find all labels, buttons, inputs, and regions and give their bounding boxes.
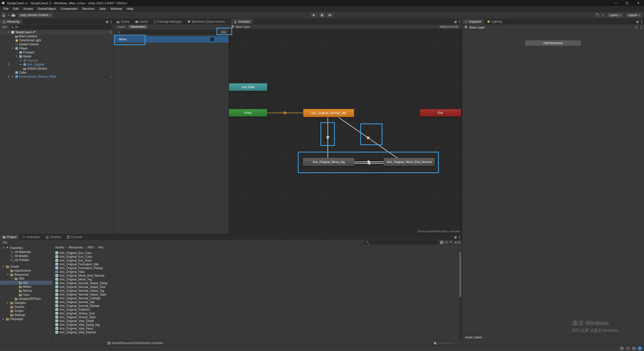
undo-history-icon[interactable] <box>596 14 599 17</box>
asset-item[interactable]: Aris_Original_Formation_Idle <box>53 262 462 266</box>
bake-status-icon[interactable] <box>620 347 624 350</box>
minimize-button[interactable] <box>610 0 621 6</box>
animator-state[interactable]: Aris_Original_Move_End_Normal <box>384 158 435 166</box>
asset-item[interactable]: Aris_Original_Normal_Idle <box>53 300 462 304</box>
add-parameter-button[interactable] <box>220 30 227 34</box>
menu-item[interactable]: Component <box>58 6 80 11</box>
tab[interactable]: Animator <box>231 19 253 24</box>
hierarchy-item[interactable]: Player <box>0 46 114 50</box>
lock-icon[interactable] <box>636 21 638 23</box>
expand-arrow-icon[interactable] <box>6 273 9 277</box>
pause-button[interactable] <box>318 12 326 18</box>
create-object-button[interactable] <box>1 25 8 29</box>
breadcrumb-item[interactable]: Assets <box>55 246 69 249</box>
lock-icon[interactable] <box>106 21 108 23</box>
asset-labels-header[interactable]: Asset Labels <box>462 335 644 340</box>
asset-item[interactable]: Aris_Original_Normal_Attack_End <box>53 285 462 289</box>
menu-item[interactable]: Services <box>80 6 97 11</box>
hierarchy-item[interactable]: Model <box>0 54 114 58</box>
menu-item[interactable]: Jobs <box>97 6 108 11</box>
folder-item[interactable]: InputActions <box>0 269 52 273</box>
play-button[interactable] <box>310 12 318 18</box>
menu-item[interactable]: File <box>1 6 11 11</box>
folder-item[interactable]: Samples <box>0 301 52 305</box>
asset-item[interactable]: Aris_Original_Normal_Attack_Delay <box>53 281 462 285</box>
folder-item[interactable] <box>0 262 52 265</box>
folder-item[interactable]: Settings <box>0 313 52 317</box>
prefab-open-chevron[interactable]: › <box>111 75 112 79</box>
hierarchy-item[interactable]: Virtual Camera <box>0 67 114 71</box>
animator-breadcrumb[interactable]: Base Layer <box>236 25 250 28</box>
breadcrumb-item[interactable]: Aris <box>98 246 107 249</box>
maximize-button[interactable] <box>621 0 633 6</box>
scrollbar-thumb[interactable] <box>459 252 461 297</box>
tab[interactable]: Project <box>0 234 19 240</box>
folder-item[interactable]: Resources <box>0 273 52 277</box>
expand-arrow-icon[interactable] <box>2 246 5 250</box>
expand-arrow-icon[interactable] <box>11 75 14 79</box>
hierarchy-item[interactable]: Aris_Original <box>0 62 114 67</box>
parameter-row[interactable]: Move <box>114 36 229 43</box>
tab[interactable]: Scene <box>114 19 132 24</box>
animator-state[interactable]: Aris_Original_Move_Ing <box>303 158 354 166</box>
hierarchy-item[interactable]: Environment_Narrow_Walls › <box>0 75 114 79</box>
breadcrumb-item[interactable]: Resources <box>69 246 88 249</box>
asset-item[interactable]: Aris_Original_Victory_End <box>53 311 462 315</box>
auto-live-link-button[interactable]: Auto Live Link <box>438 25 460 29</box>
tab[interactable]: MyActions (Input Actions ... <box>185 19 231 24</box>
folder-item[interactable]: Favorites <box>0 246 52 250</box>
asset-item[interactable]: Aris_Original_Exs_Root <box>53 259 462 262</box>
animator-state[interactable]: Exit <box>420 109 461 117</box>
folder-item[interactable]: Assets <box>0 265 52 269</box>
folder-item[interactable]: All Prefabs <box>0 258 52 262</box>
save-search-icon[interactable] <box>450 241 453 244</box>
cloud-activity-icon[interactable] <box>638 347 641 350</box>
folder-item[interactable]: Midori <box>0 285 52 289</box>
expand-arrow-icon[interactable] <box>11 46 14 50</box>
tab[interactable]: Animation <box>19 234 43 240</box>
cloud-services-icon[interactable] <box>11 15 15 17</box>
breadcrumb-item[interactable]: FBX <box>88 246 98 249</box>
search-by-type-icon[interactable] <box>440 241 443 244</box>
hierarchy-item[interactable]: Directional Light <box>0 38 114 42</box>
slider-knob[interactable] <box>434 342 436 344</box>
tab-parameters[interactable]: Parameters <box>128 25 147 28</box>
layers-dropdown[interactable]: Layers <box>607 13 623 18</box>
account-icon[interactable] <box>2 13 6 17</box>
menu-item[interactable]: Window <box>108 6 124 11</box>
account-caret-icon[interactable] <box>8 13 9 17</box>
asset-item[interactable]: Aris_Original_Normal_Reload <box>53 304 462 308</box>
asset-item[interactable]: Aris_Original_Vital_Panic <box>53 327 462 330</box>
parameter-value-checkbox[interactable] <box>210 38 214 41</box>
search-icon[interactable] <box>602 14 604 16</box>
lock-icon[interactable] <box>454 237 456 238</box>
panel-menu-icon[interactable] <box>641 21 642 22</box>
collab-status-icon[interactable] <box>626 347 630 350</box>
tab[interactable]: Console <box>64 234 85 240</box>
menu-item[interactable]: Assets <box>21 6 35 11</box>
expand-arrow-icon[interactable] <box>19 62 22 67</box>
asset-item[interactable]: Aris_Original_Vital_Death <box>53 319 462 323</box>
context-menu-icon[interactable] <box>641 27 641 28</box>
menu-item[interactable]: Help <box>124 6 136 11</box>
expand-arrow-icon[interactable] <box>2 265 5 269</box>
create-asset-button[interactable] <box>2 240 9 245</box>
step-button[interactable] <box>326 12 334 18</box>
thumbnail-zoom-slider[interactable] <box>434 343 454 343</box>
hidden-packages-count[interactable]: 22 <box>455 241 460 244</box>
folder-item[interactable]: Scripts <box>0 309 52 313</box>
tab[interactable]: Inspector <box>462 19 484 24</box>
panel-menu-icon[interactable] <box>459 21 460 22</box>
hierarchy-item[interactable]: StudyCase1-2* <box>0 30 114 34</box>
asset-item[interactable]: Aris_Original_Vital_Dying_Ing <box>53 323 462 327</box>
console-status-icon[interactable] <box>632 347 636 350</box>
tab[interactable]: Game <box>132 19 151 24</box>
panel-menu-icon[interactable] <box>459 237 460 238</box>
folder-item[interactable]: Packages <box>0 317 52 321</box>
folder-item[interactable]: Yuzu <box>0 293 52 297</box>
hierarchy-item[interactable]: Main Camera <box>0 34 114 38</box>
asset-item[interactable]: Aris_Original_Normal_Attack_Start <box>53 293 462 296</box>
tab-layers[interactable]: Layers <box>115 25 128 28</box>
help-icon[interactable] <box>635 26 638 29</box>
animator-graph[interactable]: Any State Entry Aris_Original_Normal_Idl… <box>229 29 462 234</box>
